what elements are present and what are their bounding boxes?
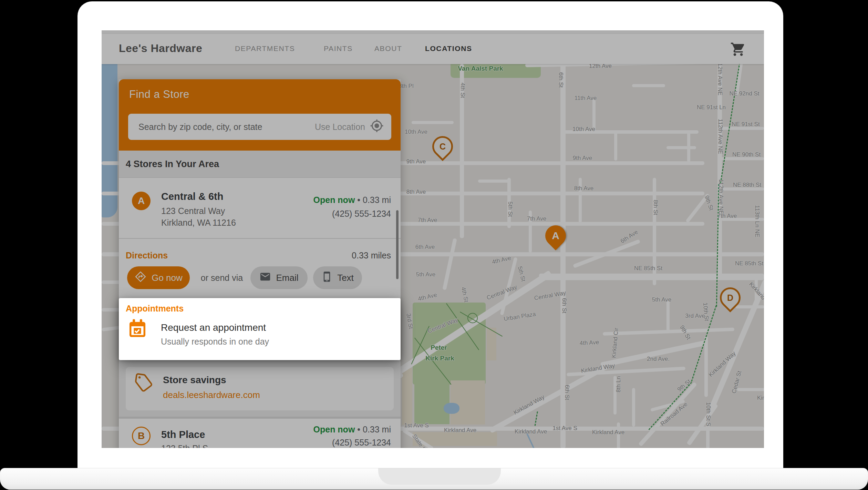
appointment-response-note: Usually responds in one day [161,337,269,347]
appointments-section: Appointments Request an appointment Usua… [119,298,401,360]
request-appointment-link[interactable]: Request an appointment [161,322,266,333]
stage: Lee's Hardware DEPARTMENTS PAINTS ABOUT … [0,0,868,490]
browser-viewport: Lee's Hardware DEPARTMENTS PAINTS ABOUT … [102,30,764,448]
dim-overlay [102,30,764,448]
calendar-check-icon [128,319,147,341]
appointments-label: Appointments [126,304,184,314]
laptop-notch [378,468,501,485]
